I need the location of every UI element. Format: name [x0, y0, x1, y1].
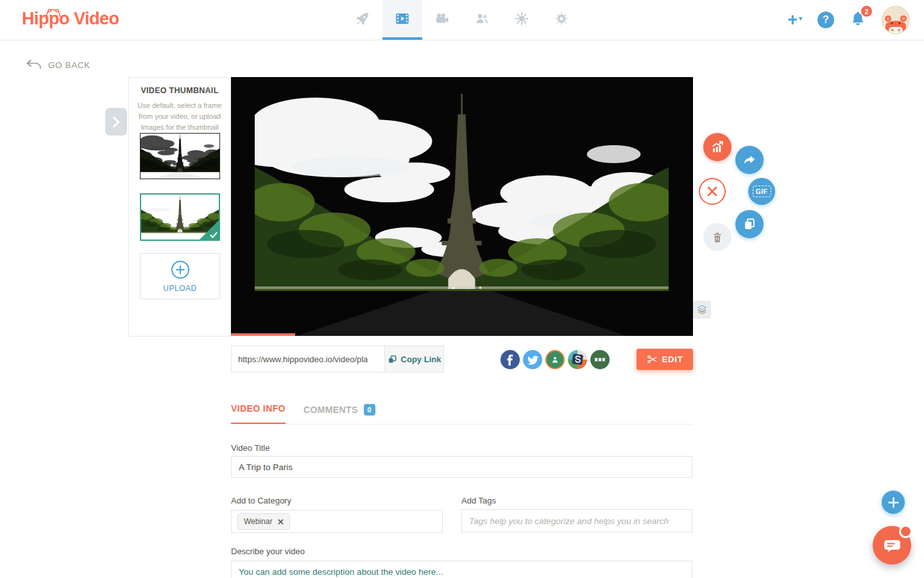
video-camera-icon — [434, 11, 450, 29]
more-share-icon[interactable] — [590, 350, 610, 369]
detail-tabs: VIDEO INFO COMMENTS 0 — [231, 403, 375, 425]
tab-comments-label: COMMENTS — [304, 405, 358, 415]
edit-button[interactable]: EDIT — [637, 349, 693, 370]
add-video-button[interactable] — [882, 491, 905, 514]
panel-collapse-button[interactable] — [105, 108, 127, 136]
avatar-hippo-icon — [884, 14, 908, 33]
tabs-divider — [231, 424, 692, 425]
hippo-logo-icon — [45, 2, 62, 22]
question-icon: ? — [823, 14, 829, 26]
thumbnail-option-default[interactable] — [140, 133, 220, 179]
main-nav — [343, 0, 581, 40]
comments-count-badge: 0 — [364, 404, 375, 416]
description-textarea[interactable]: You can add some description about the v… — [231, 561, 692, 578]
active-tab-underline — [382, 37, 422, 40]
close-button[interactable] — [699, 178, 726, 205]
caret-down-icon: ▾ — [799, 15, 802, 22]
create-new-button[interactable]: + ▾ — [787, 12, 802, 29]
go-back-link[interactable]: GO BACK — [26, 59, 90, 71]
nav-videos[interactable] — [382, 0, 422, 40]
video-frame — [255, 77, 669, 336]
copy-link-button[interactable]: Copy Link — [384, 346, 444, 372]
delete-button[interactable] — [703, 223, 732, 251]
stats-button[interactable] — [703, 133, 732, 161]
layers-icon — [696, 304, 708, 315]
rocket-icon — [355, 11, 370, 29]
category-label: Add to Category — [231, 496, 291, 505]
thumbnail-option-selected[interactable] — [140, 193, 220, 241]
video-thumbnail-panel: VIDEO THUMBNAIL Use default, select a fr… — [128, 77, 231, 337]
layers-button[interactable] — [693, 301, 711, 319]
upload-plus-icon — [171, 260, 190, 279]
category-chip: Webinar — [237, 513, 290, 530]
nav-record[interactable] — [422, 0, 462, 40]
chevron-right-icon — [112, 116, 120, 128]
social-share-row — [501, 350, 610, 369]
video-title-label: Video Title — [231, 443, 270, 453]
gif-label: GIF — [753, 186, 771, 197]
brand-logo[interactable]: Hippo Video — [22, 9, 119, 29]
upload-thumbnail-button[interactable]: UPLOAD — [140, 253, 220, 299]
gear-icon — [554, 11, 569, 29]
duplicate-button[interactable] — [735, 210, 764, 238]
bell-icon — [850, 18, 866, 29]
plus-icon: + — [787, 12, 798, 29]
tab-comments[interactable]: COMMENTS 0 — [304, 404, 375, 425]
nav-settings[interactable] — [542, 0, 581, 40]
facebook-icon[interactable] — [501, 350, 520, 369]
upload-label: UPLOAD — [163, 284, 196, 293]
panel-description: Use default, select a frame from your vi… — [137, 100, 223, 133]
video-player[interactable] — [231, 77, 693, 336]
chat-bubble-icon — [884, 538, 901, 553]
top-navbar: Hippo Video — [0, 0, 924, 40]
video-url-input[interactable] — [231, 346, 385, 372]
stats-icon — [710, 139, 725, 155]
floating-plus-icon — [888, 497, 899, 508]
users-icon — [474, 11, 490, 29]
copy-link-icon — [388, 355, 397, 364]
user-avatar[interactable] — [882, 6, 910, 34]
nav-contacts[interactable] — [462, 0, 502, 40]
header-actions: + ▾ ? 2 — [787, 0, 910, 40]
notifications-button[interactable]: 2 — [850, 10, 866, 30]
tab-video-info-label: VIDEO INFO — [231, 403, 286, 414]
gif-button[interactable]: GIF — [748, 178, 775, 205]
notification-badge: 2 — [861, 6, 872, 17]
chat-widget-button[interactable] — [873, 526, 911, 565]
copy-icon — [742, 217, 757, 231]
description-label: Describe your video — [231, 547, 305, 556]
slack-icon[interactable] — [568, 350, 587, 369]
share-button[interactable] — [735, 146, 764, 174]
twitter-icon[interactable] — [523, 350, 542, 369]
nav-integrations[interactable] — [502, 0, 542, 40]
check-icon — [210, 232, 218, 238]
video-title-input[interactable] — [231, 456, 692, 478]
help-button[interactable]: ? — [817, 12, 834, 28]
contacts-share-icon[interactable] — [545, 350, 565, 369]
tab-video-info[interactable]: VIDEO INFO — [231, 403, 286, 425]
back-arrow-icon — [26, 59, 42, 71]
brand-name: Hippo Video — [22, 9, 119, 28]
go-back-label: GO BACK — [48, 60, 90, 70]
thumbnail-image-dark — [141, 134, 219, 179]
copy-link-label: Copy Link — [401, 355, 441, 364]
category-chip-label: Webinar — [244, 517, 272, 526]
app-window: Hippo Video — [0, 0, 924, 578]
scissors-icon — [647, 355, 658, 364]
edit-label: EDIT — [662, 355, 683, 364]
integrations-icon — [514, 11, 529, 29]
nav-launch[interactable] — [343, 0, 382, 40]
tags-input[interactable] — [461, 509, 692, 532]
video-progress-bar[interactable] — [231, 333, 295, 336]
category-box[interactable]: Webinar — [231, 510, 443, 533]
panel-title: VIDEO THUMBNAIL — [129, 86, 230, 95]
share-arrow-icon — [742, 153, 757, 167]
film-icon — [394, 10, 411, 30]
trash-icon — [711, 231, 724, 243]
chat-notification-dot — [899, 525, 912, 538]
close-icon — [706, 186, 718, 197]
remove-category-icon[interactable] — [278, 519, 284, 525]
tags-label: Add Tags — [461, 496, 496, 505]
